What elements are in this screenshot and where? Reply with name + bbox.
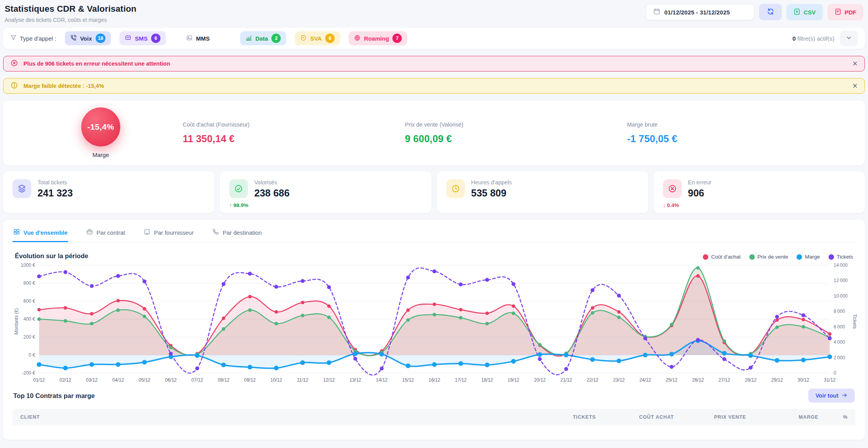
layers-icon xyxy=(12,179,31,198)
svg-text:0 €: 0 € xyxy=(29,352,35,358)
roaming-count-badge: 7 xyxy=(392,34,402,43)
marge-brute-value: -1 750,05 € xyxy=(627,133,849,145)
prix-vente-value: 9 600,09 € xyxy=(405,133,627,145)
file-pdf-icon xyxy=(834,8,841,16)
refresh-button[interactable] xyxy=(759,4,782,20)
marge-gauge: -15,4% Marge xyxy=(19,107,183,158)
alert-circle-icon xyxy=(11,82,18,90)
svg-text:08/12: 08/12 xyxy=(217,377,229,383)
chevron-down-icon xyxy=(846,35,852,42)
date-range-value: 01/12/2025 - 31/12/2025 xyxy=(664,9,730,16)
calendar-icon xyxy=(653,8,660,16)
filter-chip-data[interactable]: Data 2 xyxy=(240,31,287,45)
csv-label: CSV xyxy=(804,9,816,16)
building-icon xyxy=(144,228,150,236)
svg-text:8 000: 8 000 xyxy=(834,309,845,314)
alert-error: Plus de 906 tickets en erreur nécessiten… xyxy=(3,56,865,71)
svg-text:11/12: 11/12 xyxy=(297,377,308,383)
legend-dot-cout xyxy=(703,254,708,260)
column-marge: MARGE xyxy=(746,414,818,420)
kpi-columns: Coût d'achat (Fournisseur) 11 350,14 € P… xyxy=(183,121,849,145)
stat-card-heures-appels: Heures d'appels 535 809 xyxy=(437,171,648,213)
export-pdf-button[interactable]: PDF xyxy=(827,4,863,20)
stat-card-valorises: Valorisés 238 686 ↑ 98.9% xyxy=(220,171,431,213)
view-all-button[interactable]: Voir tout xyxy=(808,389,855,403)
page-subtitle: Analyse des tickets CDR, coûts et marges xyxy=(5,17,137,23)
data-count-badge: 2 xyxy=(271,34,281,43)
svg-text:14/12: 14/12 xyxy=(376,377,387,383)
alert-warning: Marge faible détectée : -15,4% × xyxy=(3,78,865,94)
x-circle-icon xyxy=(11,59,18,68)
svg-text:07/12: 07/12 xyxy=(191,377,203,383)
stat-cards: Total tickets 241 323 Valorisés 238 686 … xyxy=(3,171,865,213)
header-actions: 01/12/2025 - 31/12/2025 CSV PDF xyxy=(646,4,863,20)
tab-par-fournisseur[interactable]: Par fournisseur xyxy=(143,227,194,242)
svg-text:17/12: 17/12 xyxy=(455,377,467,383)
marge-caption: Marge xyxy=(93,152,109,158)
shield-icon xyxy=(300,35,307,42)
header-titles: Statistiques CDR & Valorisation Analyse … xyxy=(5,4,137,23)
filter-chip-voix[interactable]: Voix 18 xyxy=(65,31,111,45)
kpi-summary-card: -15,4% Marge Coût d'achat (Fournisseur) … xyxy=(3,100,865,165)
sva-count-badge: 6 xyxy=(325,34,335,43)
globe-icon xyxy=(354,35,360,42)
x-circle-icon xyxy=(663,179,682,198)
marge-percent-value: -15,4% xyxy=(87,122,114,132)
svg-text:4 000: 4 000 xyxy=(834,339,845,345)
filter-chip-mms[interactable]: MMS xyxy=(181,31,215,45)
refresh-icon xyxy=(767,8,774,16)
filter-summary: 0 filtre(s) actif(s) xyxy=(792,30,858,46)
column-prix-vente: PRIX VENTE xyxy=(674,414,746,420)
voice-icon xyxy=(70,35,77,42)
filter-chip-sms[interactable]: SMS 6 xyxy=(119,31,166,45)
en-erreur-delta: ↓ 0.4% xyxy=(663,202,679,208)
column-tickets: TICKETS xyxy=(528,414,596,420)
evolution-chart[interactable]: -200 €0 €200 €400 €600 €800 €1000 €02 00… xyxy=(12,261,856,385)
svg-text:21/12: 21/12 xyxy=(560,377,572,383)
column-cout-achat: COÛT ACHAT xyxy=(596,414,674,420)
date-range-picker[interactable]: 01/12/2025 - 31/12/2025 xyxy=(646,4,754,20)
svg-text:Tickets: Tickets xyxy=(852,314,857,329)
legend-dot-prix xyxy=(749,254,755,260)
svg-text:29/12: 29/12 xyxy=(771,377,783,383)
filter-chip-roaming[interactable]: Roaming 7 xyxy=(349,31,407,45)
svg-text:12 000: 12 000 xyxy=(834,278,848,283)
alert-warning-close-icon[interactable]: × xyxy=(852,82,857,90)
svg-text:13/12: 13/12 xyxy=(349,377,361,383)
top10-table-header: CLIENT TICKETS COÛT ACHAT PRIX VENTE MAR… xyxy=(12,409,856,425)
filter-bar: Type d'appel : Voix 18 SMS 6 MMS Data 2 xyxy=(3,28,865,49)
kpi-marge-brute: Marge brute -1 750,05 € xyxy=(627,121,849,145)
bar-chart-icon xyxy=(246,35,252,42)
alert-error-close-icon[interactable]: × xyxy=(852,59,857,68)
svg-text:03/12: 03/12 xyxy=(86,377,98,383)
svg-text:0: 0 xyxy=(834,370,836,376)
column-percent: % xyxy=(818,414,848,420)
tab-par-destination[interactable]: Par destination xyxy=(212,227,262,242)
svg-text:05/12: 05/12 xyxy=(139,377,150,383)
phone-icon xyxy=(212,228,219,236)
svg-text:09/12: 09/12 xyxy=(244,377,256,383)
svg-text:25/12: 25/12 xyxy=(666,377,677,383)
funnel-icon xyxy=(10,34,17,42)
top10-title: Top 10 Contrats par marge xyxy=(13,392,95,400)
dashboard-page: Statistiques CDR & Valorisation Analyse … xyxy=(0,0,868,448)
cout-achat-value: 11 350,14 € xyxy=(183,133,405,145)
svg-text:16/12: 16/12 xyxy=(428,377,440,383)
stat-card-total-tickets: Total tickets 241 323 xyxy=(3,171,214,213)
tab-par-contrat[interactable]: Par contrat xyxy=(86,227,126,242)
image-icon xyxy=(186,35,192,42)
filter-chip-sva[interactable]: SVA 6 xyxy=(295,31,340,45)
kpi-cout-achat: Coût d'achat (Fournisseur) 11 350,14 € xyxy=(183,121,405,145)
tab-vue-ensemble[interactable]: Vue d'ensemble xyxy=(12,227,68,242)
svg-text:28/12: 28/12 xyxy=(745,377,756,383)
svg-text:800 €: 800 € xyxy=(23,280,35,286)
column-client: CLIENT xyxy=(20,414,528,420)
alert-warning-text: Marge faible détectée : -15,4% xyxy=(23,83,104,89)
svg-text:01/12: 01/12 xyxy=(33,377,45,383)
export-csv-button[interactable]: CSV xyxy=(786,4,823,20)
pdf-label: PDF xyxy=(845,9,856,16)
briefcase-icon xyxy=(86,228,93,236)
filters-expand-button[interactable] xyxy=(840,30,858,46)
legend-dot-marge xyxy=(797,254,802,260)
top10-header: Top 10 Contrats par marge Voir tout xyxy=(13,389,855,403)
